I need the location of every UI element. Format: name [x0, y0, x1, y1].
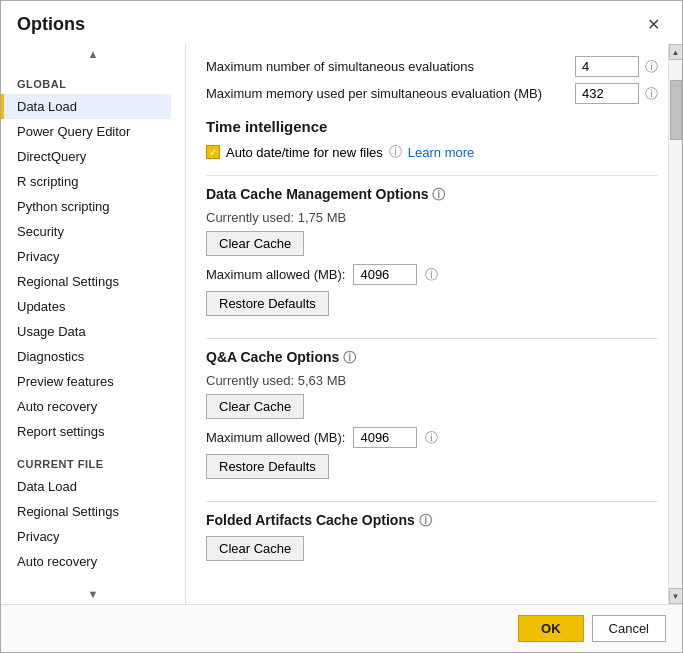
auto-date-info-icon: ⓘ	[389, 143, 402, 161]
folded-cache-section: Folded Artifacts Cache Options ⓘ Clear C…	[206, 512, 658, 569]
sidebar-item-regional-settings[interactable]: Regional Settings	[1, 269, 171, 294]
qa-cache-info-icon: ⓘ	[343, 350, 356, 365]
qa-cache-max-row: Maximum allowed (MB): ⓘ	[206, 427, 658, 448]
max-evaluations-input[interactable]	[575, 56, 639, 77]
content-area: Maximum number of simultaneous evaluatio…	[186, 44, 668, 604]
content-scroll-up-btn[interactable]: ▲	[669, 44, 683, 60]
sidebar-item-preview-features[interactable]: Preview features	[1, 369, 171, 394]
max-memory-info-icon: ⓘ	[645, 85, 658, 103]
data-cache-section: Data Cache Management Options ⓘ Currentl…	[206, 186, 658, 320]
auto-date-label: Auto date/time for new files	[226, 145, 383, 160]
auto-date-row: ✓ Auto date/time for new files ⓘ Learn m…	[206, 143, 658, 161]
qa-cache-used: Currently used: 5,63 MB	[206, 373, 658, 388]
data-cache-max-info-icon: ⓘ	[425, 266, 438, 284]
sidebar-item-regional-settings-current[interactable]: Regional Settings	[1, 499, 171, 524]
data-cache-max-label: Maximum allowed (MB):	[206, 267, 345, 282]
qa-cache-title: Q&A Cache Options ⓘ	[206, 349, 658, 367]
qa-cache-max-input[interactable]	[353, 427, 417, 448]
top-fields: Maximum number of simultaneous evaluatio…	[206, 56, 658, 104]
sidebar-item-data-load-current[interactable]: Data Load	[1, 474, 171, 499]
qa-cache-clear-button[interactable]: Clear Cache	[206, 394, 304, 419]
auto-date-checkbox[interactable]: ✓	[206, 145, 220, 159]
sidebar: GLOBAL Data Load Power Query Editor Dire…	[1, 64, 186, 584]
data-cache-max-row: Maximum allowed (MB): ⓘ	[206, 264, 658, 285]
content-scroll-down-btn[interactable]: ▼	[669, 588, 683, 604]
sidebar-item-r-scripting[interactable]: R scripting	[1, 169, 171, 194]
close-button[interactable]: ✕	[641, 13, 666, 36]
data-cache-used: Currently used: 1,75 MB	[206, 210, 658, 225]
learn-more-link[interactable]: Learn more	[408, 145, 474, 160]
data-cache-title: Data Cache Management Options ⓘ	[206, 186, 658, 204]
cancel-button[interactable]: Cancel	[592, 615, 666, 642]
data-cache-info-icon: ⓘ	[432, 187, 445, 202]
time-intelligence-section: Time intelligence ✓ Auto date/time for n…	[206, 118, 658, 161]
data-cache-restore-button[interactable]: Restore Defaults	[206, 291, 329, 316]
sidebar-item-auto-recovery-current[interactable]: Auto recovery	[1, 549, 171, 574]
max-memory-row: Maximum memory used per simultaneous eva…	[206, 83, 658, 104]
sidebar-item-report-settings[interactable]: Report settings	[1, 419, 171, 444]
sidebar-item-privacy-current[interactable]: Privacy	[1, 524, 171, 549]
global-section-label: GLOBAL	[1, 72, 171, 94]
ok-button[interactable]: OK	[518, 615, 584, 642]
max-memory-input[interactable]	[575, 83, 639, 104]
sidebar-item-data-load-global[interactable]: Data Load	[1, 94, 171, 119]
max-evaluations-label: Maximum number of simultaneous evaluatio…	[206, 59, 575, 74]
content-scroll-track	[669, 60, 682, 588]
time-intelligence-title: Time intelligence	[206, 118, 658, 135]
content-scroll-thumb[interactable]	[670, 80, 682, 140]
qa-cache-max-label: Maximum allowed (MB):	[206, 430, 345, 445]
data-cache-clear-button[interactable]: Clear Cache	[206, 231, 304, 256]
folded-cache-title: Folded Artifacts Cache Options ⓘ	[206, 512, 658, 530]
folded-cache-info-icon: ⓘ	[419, 513, 432, 528]
content-scrollbar: ▲ ▼	[668, 44, 682, 604]
sidebar-item-directquery[interactable]: DirectQuery	[1, 144, 171, 169]
max-evaluations-row: Maximum number of simultaneous evaluatio…	[206, 56, 658, 77]
sidebar-scroll-down[interactable]: ▼	[1, 584, 185, 604]
qa-cache-max-info-icon: ⓘ	[425, 429, 438, 447]
sidebar-item-power-query-editor[interactable]: Power Query Editor	[1, 119, 171, 144]
dialog-footer: OK Cancel	[1, 604, 682, 652]
max-memory-label: Maximum memory used per simultaneous eva…	[206, 86, 575, 101]
sidebar-scroll-up[interactable]: ▲	[1, 44, 185, 64]
titlebar: Options ✕	[1, 1, 682, 44]
folded-cache-clear-button[interactable]: Clear Cache	[206, 536, 304, 561]
divider-3	[206, 501, 658, 502]
sidebar-item-diagnostics[interactable]: Diagnostics	[1, 344, 171, 369]
sidebar-item-auto-recovery-global[interactable]: Auto recovery	[1, 394, 171, 419]
sidebar-item-usage-data[interactable]: Usage Data	[1, 319, 171, 344]
sidebar-item-privacy[interactable]: Privacy	[1, 244, 171, 269]
sidebar-item-python-scripting[interactable]: Python scripting	[1, 194, 171, 219]
qa-cache-section: Q&A Cache Options ⓘ Currently used: 5,63…	[206, 349, 658, 483]
current-file-section-label: CURRENT FILE	[1, 452, 171, 474]
sidebar-item-security[interactable]: Security	[1, 219, 171, 244]
qa-cache-restore-button[interactable]: Restore Defaults	[206, 454, 329, 479]
data-cache-max-input[interactable]	[353, 264, 417, 285]
sidebar-item-updates[interactable]: Updates	[1, 294, 171, 319]
dialog-title: Options	[17, 14, 85, 35]
divider-2	[206, 338, 658, 339]
options-dialog: Options ✕ ▲ GLOBAL Data Load Power Query…	[0, 0, 683, 653]
max-evaluations-info-icon: ⓘ	[645, 58, 658, 76]
dialog-body: ▲ GLOBAL Data Load Power Query Editor Di…	[1, 44, 682, 604]
divider-1	[206, 175, 658, 176]
